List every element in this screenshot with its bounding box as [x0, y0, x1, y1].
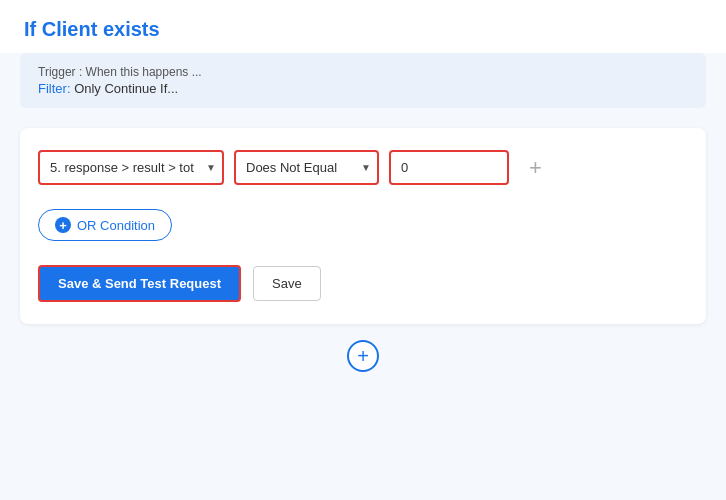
save-test-button[interactable]: Save & Send Test Request: [38, 265, 241, 302]
operator-select[interactable]: Does Not Equal Equals Contains Does Not …: [234, 150, 379, 185]
filter-value: Only Continue If...: [74, 81, 178, 96]
or-condition-button[interactable]: + OR Condition: [38, 209, 172, 241]
save-button[interactable]: Save: [253, 266, 321, 301]
page-title: If Client exists: [0, 0, 726, 53]
field-select[interactable]: 5. response > result > tot: [38, 150, 224, 185]
condition-row: 5. response > result > tot ▼ Does Not Eq…: [38, 150, 688, 185]
trigger-line: Trigger : When this happens ...: [38, 65, 688, 79]
condition-card: 5. response > result > tot ▼ Does Not Eq…: [20, 128, 706, 324]
filter-line: Filter: Only Continue If...: [38, 81, 688, 96]
trigger-bar: Trigger : When this happens ... Filter: …: [20, 53, 706, 108]
bottom-plus-area: +: [20, 324, 706, 380]
or-plus-icon: +: [55, 217, 71, 233]
operator-select-wrapper: Does Not Equal Equals Contains Does Not …: [234, 150, 379, 185]
filter-label: Filter:: [38, 81, 71, 96]
add-step-button[interactable]: +: [347, 340, 379, 372]
add-condition-button[interactable]: +: [523, 155, 548, 181]
main-content: Trigger : When this happens ... Filter: …: [0, 53, 726, 500]
action-row: Save & Send Test Request Save: [38, 265, 688, 302]
field-select-wrapper: 5. response > result > tot ▼: [38, 150, 224, 185]
value-input[interactable]: [389, 150, 509, 185]
or-condition-label: OR Condition: [77, 218, 155, 233]
